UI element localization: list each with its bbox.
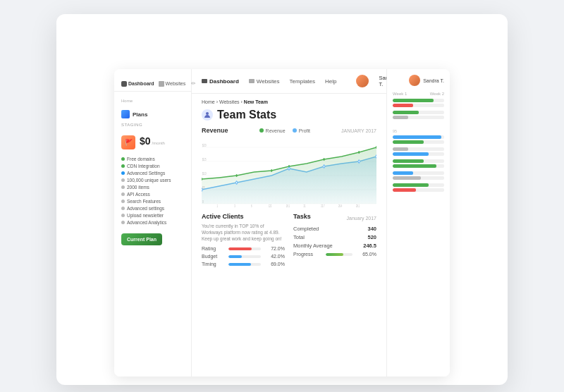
feature-analytics: Advanced Analytics — [121, 220, 184, 225]
svg-text:21: 21 — [303, 204, 306, 207]
svg-point-19 — [236, 181, 238, 184]
feature-items: 2000 items — [121, 185, 184, 190]
feature-cdn: CDN Integration — [121, 164, 184, 169]
progress-row: Progress 65.0% — [293, 252, 376, 257]
client-description: You're currently in TOP 10% of Workways … — [202, 223, 285, 242]
svg-text:$15: $15 — [202, 157, 207, 161]
task-monthly-avg: Monthly Average 246.5 — [293, 243, 376, 249]
feature-newsletter: Upload newsletter — [121, 213, 184, 218]
price-value: $0 — [140, 135, 151, 147]
tasks-section: Tasks January 2017 Completed 340 Total 5… — [293, 213, 376, 269]
legend-revenue: Revenue — [259, 128, 286, 133]
svg-point-16 — [358, 151, 360, 154]
svg-point-15 — [324, 158, 325, 161]
metric-budget: Budget 42.0% — [202, 254, 285, 259]
main-content: Dashboard Websites Templates Help Sandra… — [192, 69, 386, 376]
nav-templates[interactable]: Templates — [290, 78, 315, 85]
price-suffix: /month — [152, 141, 165, 145]
svg-text:122: 122 — [269, 204, 272, 207]
sidebar-item-dashboard[interactable]: Dashboard — [121, 80, 154, 87]
active-clients-title: Active Clients — [202, 213, 285, 220]
svg-point-13 — [271, 169, 272, 172]
right-bar-3: 95 — [393, 123, 444, 144]
content-area: Home › Websites › New Team Team Stats — [192, 94, 386, 376]
top-navigation: Dashboard Websites Templates Help Sandra… — [192, 69, 386, 94]
right-panel-user: Sandra T. — [393, 75, 444, 86]
svg-text:0: 0 — [202, 200, 204, 204]
metric-rating: Rating 72.0% — [202, 246, 285, 251]
revenue-section: Revenue Revenue Profit JANUARY 2017 — [202, 127, 376, 207]
right-panel-avatar — [409, 75, 420, 86]
task-total: Total 520 — [293, 234, 376, 240]
sidebar-breadcrumb: Home — [114, 97, 191, 104]
user-name: Sandra T. — [379, 75, 386, 87]
feature-users: 100,000 unique users — [121, 178, 184, 183]
svg-text:6: 6 — [251, 204, 252, 207]
current-plan-button[interactable]: Current Plan — [121, 233, 162, 245]
metric-timing: Timing 69.0% — [202, 262, 285, 267]
svg-text:22.7: 22.7 — [321, 204, 325, 207]
nav-help[interactable]: Help — [325, 78, 336, 85]
plans-icon — [121, 110, 130, 118]
revenue-chart: $20 $15 $10 $5 0 1 3 6 122 18.1 21 — [202, 137, 376, 207]
right-bar-5 — [393, 159, 444, 168]
revenue-date: JANUARY 2017 — [341, 128, 376, 133]
feature-free-domains: Free domains — [121, 157, 184, 161]
svg-text:29.4: 29.4 — [338, 204, 343, 207]
sidebar-plans-title: Plans — [114, 107, 191, 123]
sidebar-item-websites[interactable]: Websites — [159, 80, 186, 87]
tasks-date: January 2017 — [347, 216, 376, 221]
svg-text:18.1: 18.1 — [286, 204, 290, 207]
svg-point-22 — [358, 160, 360, 163]
breadcrumb: Home › Websites › New Team — [202, 99, 376, 104]
svg-text:$20: $20 — [202, 143, 207, 147]
right-bar-2 — [393, 111, 444, 119]
svg-text:3: 3 — [234, 204, 235, 207]
right-panel: Sandra T. Week 1 Week 2 95 — [386, 69, 450, 376]
svg-point-5 — [206, 112, 209, 115]
sidebar: Dashboard Websites ✏ Home Plans STAGING … — [114, 69, 192, 376]
feature-search: Search Features — [121, 199, 184, 204]
user-avatar — [356, 75, 369, 87]
price-icon: 🚩 — [121, 135, 135, 149]
feature-advanced-settings: Advanced settings — [121, 206, 184, 211]
nav-websites[interactable]: Websites — [249, 78, 280, 85]
feature-api: API Access — [121, 192, 184, 197]
svg-point-23 — [376, 155, 376, 158]
right-bar-6 — [393, 171, 444, 180]
svg-point-20 — [288, 167, 290, 170]
tasks-title: Tasks — [293, 213, 311, 220]
legend-profit: Profit — [293, 128, 310, 133]
svg-point-12 — [236, 174, 238, 177]
team-stats-title: Team Stats — [202, 109, 376, 121]
team-stats-icon — [202, 109, 213, 121]
task-completed: Completed 340 — [293, 226, 376, 232]
week2-label: Week 2 — [430, 92, 444, 96]
active-clients-section: Active Clients You're currently in TOP 1… — [202, 213, 285, 269]
right-bar-1 — [393, 99, 444, 107]
svg-text:$5: $5 — [202, 185, 205, 190]
revenue-title: Revenue — [202, 127, 228, 134]
right-bar-7 — [393, 183, 444, 192]
right-panel-name: Sandra T. — [423, 78, 444, 83]
svg-point-21 — [324, 165, 325, 168]
feature-advanced: Advanced Settings — [121, 171, 184, 176]
week1-label: Week 1 — [393, 92, 407, 96]
staging-label: STAGING — [114, 123, 191, 127]
svg-text:$10: $10 — [202, 171, 207, 176]
bottom-section: Active Clients You're currently in TOP 1… — [202, 213, 376, 269]
svg-text:29.1: 29.1 — [356, 204, 360, 207]
nav-dashboard[interactable]: Dashboard — [202, 78, 239, 85]
right-bar-4 — [393, 147, 444, 156]
svg-text:1: 1 — [217, 204, 219, 207]
